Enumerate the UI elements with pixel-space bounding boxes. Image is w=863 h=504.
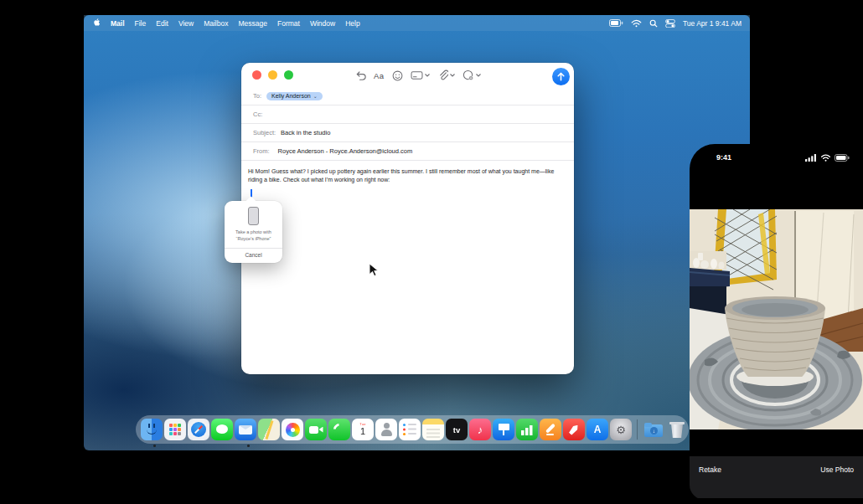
dock-icon-trash[interactable]: [666, 419, 688, 440]
menu-bar-clock[interactable]: Tue Apr 1 9:41 AM: [683, 19, 742, 28]
popover-message-line2: “Royce’s iPhone”: [236, 236, 271, 241]
dock-icon-maps[interactable]: [258, 419, 280, 440]
dock-icon-mail[interactable]: [235, 419, 256, 440]
dock-icon-pages[interactable]: [540, 419, 561, 440]
take-photo-popover: Take a photo with “Royce’s iPhone” Cance…: [225, 201, 282, 263]
camera-action-bar: Retake Use Photo: [690, 456, 863, 498]
menu-item-window[interactable]: Window: [310, 19, 335, 28]
music-note-icon: ♪: [478, 424, 483, 436]
dock-icon-rocket-app[interactable]: [563, 419, 585, 440]
control-center-icon[interactable]: [665, 19, 675, 28]
undo-icon[interactable]: [355, 70, 366, 80]
wifi-icon[interactable]: [631, 19, 642, 28]
dock-icon-safari[interactable]: [188, 419, 209, 440]
menu-item-mail[interactable]: Mail: [111, 19, 125, 28]
header-fields-menu-button[interactable]: [411, 70, 430, 80]
from-value: Royce Anderson - Royce.Anderson@icloud.c…: [278, 147, 413, 155]
retake-button[interactable]: Retake: [699, 465, 721, 498]
dock-icon-calendar[interactable]: Tue 1: [352, 419, 374, 440]
emoji-button[interactable]: [392, 70, 403, 81]
to-label: To:: [253, 92, 261, 100]
calendar-day: 1: [352, 427, 374, 436]
dock-separator: [637, 419, 638, 440]
dock-icon-app-store[interactable]: A: [587, 419, 608, 440]
dock-icon-numbers[interactable]: [516, 419, 538, 440]
gear-icon: ⚙: [616, 424, 626, 435]
from-field[interactable]: From: Royce Anderson - Royce.Anderson@ic…: [241, 142, 574, 161]
dock-icon-downloads[interactable]: ↓: [643, 419, 664, 440]
minimize-window-button[interactable]: [268, 70, 277, 80]
dock-icon-keynote[interactable]: [493, 419, 514, 440]
iphone-clock: 9:41: [716, 153, 731, 162]
battery-icon: [835, 154, 850, 162]
send-arrow-icon: [556, 72, 566, 81]
menu-item-edit[interactable]: Edit: [156, 19, 168, 28]
iphone-screen: 9:41: [690, 144, 863, 500]
cc-label: Cc:: [253, 111, 262, 118]
subject-label: Subject:: [253, 129, 276, 136]
mail-compose-window: Aa T: [241, 63, 574, 374]
popover-message-line1: Take a photo with: [235, 229, 271, 234]
menu-item-view[interactable]: View: [178, 19, 194, 28]
insert-media-menu-button[interactable]: [463, 69, 481, 81]
recipient-token[interactable]: Kelly Anderson ⌄: [266, 92, 323, 100]
search-icon[interactable]: [649, 19, 658, 28]
pottery-shelf: [690, 251, 730, 315]
format-button[interactable]: Aa: [374, 71, 385, 80]
menu-item-format[interactable]: Format: [277, 19, 300, 28]
calendar-weekday: Tue: [352, 422, 374, 426]
subject-value: Back in the studio: [281, 129, 330, 136]
chevron-down-icon: [450, 74, 455, 77]
dock: Tue 1 tv ♪ A ⚙ ↓: [136, 415, 689, 444]
menu-bar: Mail File Edit View Mailbox Message Form…: [84, 15, 750, 31]
screenshot-stage: Mail File Edit View Mailbox Message Form…: [0, 0, 863, 504]
subject-field[interactable]: Subject: Back in the studio: [241, 124, 574, 142]
token-chevron-icon: ⌄: [313, 94, 318, 99]
chevron-down-icon: [476, 74, 481, 77]
dock-icon-reminders[interactable]: [399, 419, 421, 440]
download-arrow-icon: ↓: [650, 427, 658, 435]
dock-icon-notes[interactable]: [422, 419, 444, 440]
dock-icon-phone[interactable]: [328, 419, 350, 440]
send-button[interactable]: [552, 68, 570, 85]
dock-icon-tv[interactable]: tv: [446, 419, 468, 440]
cellular-signal-icon: [805, 154, 817, 162]
dock-icon-music[interactable]: ♪: [469, 419, 491, 440]
zoom-window-button[interactable]: [284, 70, 293, 80]
dock-icon-system-settings[interactable]: ⚙: [610, 419, 632, 440]
iphone-status-bar: 9:41: [690, 151, 863, 164]
dock-icon-contacts[interactable]: [375, 419, 397, 440]
message-body-text: Hi Mom! Guess what? I picked up pottery …: [248, 167, 560, 184]
cc-field[interactable]: Cc:: [241, 105, 574, 124]
dock-icon-facetime[interactable]: [305, 419, 327, 440]
menu-item-help[interactable]: Help: [345, 19, 359, 28]
window-title-bar[interactable]: Aa: [241, 63, 574, 87]
use-photo-button[interactable]: Use Photo: [820, 465, 854, 498]
to-field[interactable]: To: Kelly Anderson ⌄: [241, 87, 574, 105]
message-body-area[interactable]: Hi Mom! Guess what? I picked up pottery …: [241, 161, 574, 184]
mouse-pointer: [369, 263, 379, 280]
running-indicator-finder: [153, 445, 156, 447]
battery-icon[interactable]: [609, 19, 623, 27]
running-indicator-mail: [247, 445, 250, 447]
from-label: From:: [253, 147, 270, 155]
chevron-down-icon: [425, 74, 430, 77]
close-window-button[interactable]: [252, 70, 261, 80]
dock-icon-finder[interactable]: [141, 419, 163, 440]
iphone-icon: [248, 207, 259, 225]
apple-menu-icon[interactable]: [92, 18, 101, 28]
menu-item-message[interactable]: Message: [238, 19, 267, 28]
menu-item-file[interactable]: File: [135, 19, 147, 28]
camera-preview-photo: [690, 209, 863, 429]
dock-icon-photos[interactable]: [282, 419, 303, 440]
wifi-icon: [820, 154, 831, 162]
dock-icon-launchpad[interactable]: [164, 419, 186, 440]
dock-icon-messages[interactable]: [211, 419, 233, 440]
menu-item-mailbox[interactable]: Mailbox: [204, 19, 228, 28]
cancel-button[interactable]: Cancel: [225, 248, 282, 263]
attach-file-menu-button[interactable]: [437, 69, 455, 81]
